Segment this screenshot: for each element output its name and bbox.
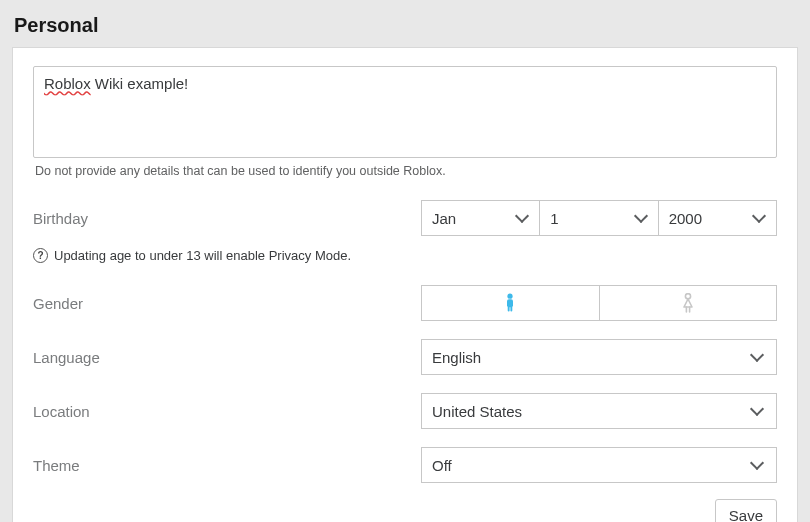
birthday-day-select[interactable]: 1	[540, 200, 658, 236]
language-value: English	[432, 349, 481, 366]
gender-option-male[interactable]	[421, 285, 600, 321]
birthday-label: Birthday	[33, 210, 421, 227]
gender-label: Gender	[33, 295, 421, 312]
birthday-note: Updating age to under 13 will enable Pri…	[54, 248, 351, 263]
description-input[interactable]: Roblox Wiki example!	[33, 66, 777, 158]
chevron-down-icon	[752, 209, 766, 223]
chevron-down-icon	[634, 209, 648, 223]
save-button[interactable]: Save	[715, 499, 777, 522]
language-label: Language	[33, 349, 421, 366]
birthday-day-value: 1	[550, 210, 558, 227]
location-select[interactable]: United States	[421, 393, 777, 429]
location-value: United States	[432, 403, 522, 420]
female-icon	[680, 293, 696, 313]
birthday-year-select[interactable]: 2000	[659, 200, 777, 236]
chevron-down-icon	[750, 402, 764, 416]
theme-select[interactable]: Off	[421, 447, 777, 483]
chevron-down-icon	[750, 348, 764, 362]
location-label: Location	[33, 403, 421, 420]
language-select[interactable]: English	[421, 339, 777, 375]
section-title: Personal	[14, 14, 798, 37]
theme-label: Theme	[33, 457, 421, 474]
birthday-month-select[interactable]: Jan	[421, 200, 540, 236]
svg-point-0	[508, 294, 513, 299]
svg-rect-2	[508, 306, 510, 312]
personal-panel: Roblox Wiki example! Do not provide any …	[12, 47, 798, 522]
male-icon	[502, 293, 518, 313]
help-icon[interactable]: ?	[33, 248, 48, 263]
theme-value: Off	[432, 457, 452, 474]
birthday-month-value: Jan	[432, 210, 456, 227]
chevron-down-icon	[515, 209, 529, 223]
birthday-year-value: 2000	[669, 210, 702, 227]
description-hint: Do not provide any details that can be u…	[35, 164, 775, 178]
gender-option-female[interactable]	[600, 285, 778, 321]
chevron-down-icon	[750, 456, 764, 470]
svg-rect-1	[507, 299, 513, 307]
svg-rect-3	[511, 306, 513, 312]
svg-point-4	[685, 294, 690, 299]
